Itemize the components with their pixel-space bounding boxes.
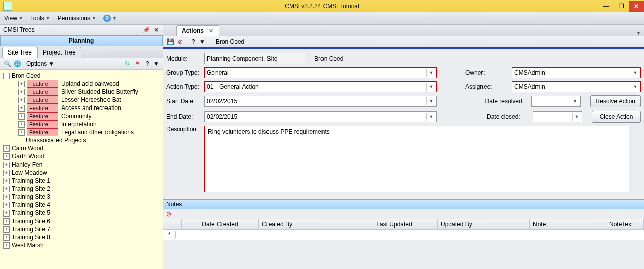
expander-icon[interactable]: + bbox=[3, 178, 10, 184]
options-dropdown[interactable]: Options▼ bbox=[26, 60, 55, 67]
expander-icon[interactable]: − bbox=[3, 73, 10, 79]
tree-node[interactable]: Cairn Wood bbox=[12, 145, 43, 152]
expander-icon[interactable]: + bbox=[3, 210, 10, 217]
col-last-updated[interactable]: Last Updated bbox=[351, 219, 438, 229]
expander-icon[interactable]: + bbox=[18, 121, 25, 128]
label-group-type: Group Type: bbox=[166, 69, 204, 76]
feature-badge: Feature bbox=[27, 88, 58, 96]
expander-icon[interactable]: + bbox=[3, 170, 10, 176]
tree-node[interactable]: Lesser Horseshoe Bat bbox=[61, 96, 121, 103]
col-created-by[interactable]: Created By bbox=[259, 219, 351, 229]
expander-icon[interactable]: + bbox=[3, 226, 10, 233]
tree-node[interactable]: Training Site 2 bbox=[12, 185, 50, 192]
tree-node[interactable]: Training Site 4 bbox=[12, 201, 50, 208]
tree-node[interactable]: Community bbox=[61, 113, 92, 120]
tab-actions[interactable]: Actions✕ bbox=[176, 25, 219, 36]
resolve-action-button[interactable]: Resolve Action bbox=[590, 95, 641, 107]
expander-icon[interactable]: + bbox=[18, 129, 25, 136]
minimize-button[interactable]: — bbox=[599, 1, 614, 12]
tree-node[interactable]: Upland acid oakwood bbox=[61, 80, 119, 87]
globe-icon[interactable]: 🌐 bbox=[13, 60, 21, 68]
tree-node-root[interactable]: Bron Coed bbox=[12, 72, 40, 79]
window-titlebar: CMSi v2.2.24 CMSi Tutorial — ❐ ✕ bbox=[0, 0, 644, 12]
group-type-dropdown[interactable]: General▼ bbox=[204, 67, 437, 78]
expander-icon[interactable]: + bbox=[18, 105, 25, 112]
expander-icon[interactable]: + bbox=[18, 89, 25, 95]
menu-view[interactable]: View▼ bbox=[3, 14, 24, 23]
save-icon[interactable]: 💾 bbox=[166, 38, 174, 46]
filter-icon[interactable]: ⚑ bbox=[133, 60, 141, 68]
tree-node[interactable]: Training Site 6 bbox=[12, 218, 50, 225]
expander-icon[interactable]: + bbox=[3, 234, 10, 241]
help-icon[interactable]: ? bbox=[143, 60, 151, 68]
date-resolved-field[interactable]: ▼ bbox=[531, 96, 581, 107]
col-updated-by[interactable]: Updated By bbox=[438, 219, 530, 229]
help-icon[interactable]: ? bbox=[189, 38, 197, 46]
menu-permissions[interactable]: Permissions▼ bbox=[57, 14, 97, 23]
site-tree[interactable]: −Bron Coed +FeatureUpland acid oakwood +… bbox=[0, 70, 163, 269]
tab-site-tree[interactable]: Site Tree bbox=[2, 47, 37, 58]
notes-new-row[interactable]: * bbox=[163, 230, 644, 240]
expander-icon[interactable]: + bbox=[18, 113, 25, 120]
tree-node[interactable]: Training Site 5 bbox=[12, 209, 50, 217]
tree-node[interactable]: Interpretation bbox=[61, 121, 97, 128]
tree-node[interactable]: Training Site 3 bbox=[12, 193, 50, 200]
maximize-button[interactable]: ❐ bbox=[614, 1, 629, 12]
expander-icon[interactable]: + bbox=[3, 218, 10, 225]
planning-header[interactable]: Planning bbox=[0, 35, 163, 46]
notes-header[interactable]: Notes bbox=[163, 199, 644, 209]
expander-icon[interactable]: + bbox=[3, 202, 10, 208]
window-title: CMSi v2.2.24 CMSi Tutorial bbox=[285, 3, 359, 10]
expander-icon[interactable]: + bbox=[3, 145, 10, 152]
actions-toolbar: 💾 ⊘ ?▼ Bron Coed bbox=[163, 36, 644, 49]
tab-close-icon[interactable]: ✕ bbox=[209, 28, 213, 34]
close-action-button[interactable]: Close Action bbox=[592, 111, 641, 123]
expander-icon[interactable]: + bbox=[3, 194, 10, 200]
expander-icon[interactable]: + bbox=[3, 242, 10, 249]
expander-icon[interactable]: + bbox=[3, 162, 10, 168]
expander-icon[interactable]: + bbox=[3, 153, 10, 160]
document-tabs: Actions✕ ▼ bbox=[163, 25, 644, 36]
tree-node[interactable]: Training Site 7 bbox=[12, 226, 50, 233]
tree-node[interactable]: Silver Studded Blue Butterfly bbox=[61, 88, 138, 95]
pin-icon[interactable]: 📌 bbox=[143, 27, 150, 33]
action-type-dropdown[interactable]: 01 - General Action▼ bbox=[204, 81, 437, 92]
owner-dropdown[interactable]: CMSAdmin▼ bbox=[512, 67, 641, 78]
right-panel: Actions✕ ▼ 💾 ⊘ ?▼ Bron Coed Module: Plan… bbox=[163, 25, 644, 269]
tree-node[interactable]: Legal and other obligations bbox=[61, 129, 134, 136]
close-button[interactable]: ✕ bbox=[629, 1, 644, 12]
col-note-text[interactable]: NoteText bbox=[606, 219, 644, 229]
end-date-field[interactable]: 02/02/2015▼ bbox=[204, 111, 437, 122]
tree-node[interactable]: Unassociated Projects bbox=[26, 137, 86, 144]
expander-icon[interactable]: + bbox=[18, 81, 25, 87]
col-date-created[interactable]: Date Created bbox=[182, 219, 259, 229]
notes-grid-header: Date Created Created By Last Updated Upd… bbox=[163, 219, 644, 230]
tree-node[interactable]: Access and recreation bbox=[61, 104, 121, 112]
module-field: Planning Component, Site bbox=[204, 53, 305, 64]
search-icon[interactable]: 🔍 bbox=[3, 60, 11, 68]
tree-node[interactable]: Training Site 8 bbox=[12, 234, 50, 241]
date-closed-field[interactable]: ▼ bbox=[533, 111, 582, 122]
tree-node[interactable]: Garth Wood bbox=[12, 153, 44, 160]
feature-badge: Feature bbox=[27, 104, 58, 112]
feature-badge: Feature bbox=[27, 128, 58, 136]
menu-help[interactable]: ?▼ bbox=[102, 14, 118, 23]
description-field[interactable]: Ring volunteers to discuss PPE requireme… bbox=[204, 126, 629, 192]
tree-node[interactable]: Low Meadow bbox=[12, 169, 47, 176]
expander-icon[interactable]: + bbox=[3, 186, 10, 192]
tab-project-tree[interactable]: Project Tree bbox=[37, 47, 81, 58]
tab-menu-dropdown[interactable]: ▼ bbox=[636, 31, 641, 36]
menu-tools[interactable]: Tools▼ bbox=[29, 14, 51, 23]
refresh-icon[interactable]: ↻ bbox=[123, 60, 131, 68]
expander-icon[interactable]: + bbox=[18, 97, 25, 103]
cancel-icon[interactable]: ⊘ bbox=[176, 38, 184, 46]
delete-note-icon[interactable]: ⊘ bbox=[166, 210, 171, 218]
assignee-dropdown[interactable]: CMSAdmin▼ bbox=[512, 81, 641, 92]
col-note[interactable]: Note bbox=[530, 219, 606, 229]
label-end-date: End Date: bbox=[166, 113, 204, 120]
tree-node[interactable]: Hanley Fen bbox=[12, 161, 42, 168]
tree-node[interactable]: Training Site 1 bbox=[12, 177, 50, 184]
start-date-field[interactable]: 02/02/2015▼ bbox=[204, 96, 437, 107]
tree-node[interactable]: West Marsh bbox=[12, 242, 44, 249]
panel-close-icon[interactable]: ✕ bbox=[154, 26, 159, 34]
